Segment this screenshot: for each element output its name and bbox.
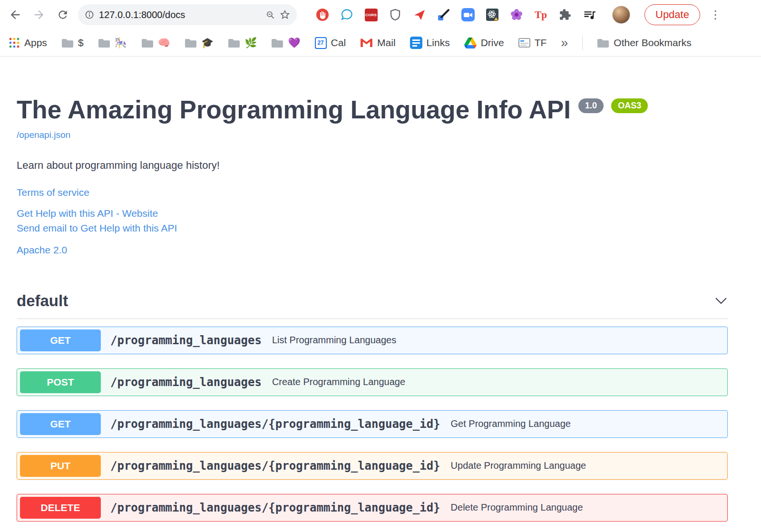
refresh-button[interactable] [54,6,71,23]
bookmark-label: Cal [331,37,346,48]
red-arrow-icon[interactable] [413,8,426,21]
bookmark-label: $ [78,37,84,48]
forward-button[interactable] [30,6,48,23]
bookmark-label: 💜 [288,37,300,48]
profile-avatar[interactable] [612,6,630,24]
extensions-puzzle-icon[interactable] [558,8,572,21]
swagger-page: The Amazing Programming Language Info AP… [0,97,761,522]
colorpicker-icon[interactable] [437,8,450,21]
bookmark-folder-heart[interactable]: 💜 [271,37,300,48]
bookmarks-separator [582,36,583,50]
help-email-link[interactable]: Send email to Get Help with this API [17,222,177,234]
bookmark-label: 🌿 [244,37,257,48]
method-badge: POST [20,371,101,393]
bookmark-folder-herb[interactable]: 🌿 [228,37,257,48]
endpoint-row-create[interactable]: POST /programming_languages Create Progr… [17,368,728,396]
shield-icon[interactable] [389,8,402,21]
bookmark-folder-school[interactable]: 🎓 [185,37,214,48]
method-badge: PUT [20,455,101,477]
other-bookmarks[interactable]: Other Bookmarks [597,37,691,48]
update-button[interactable]: Update [644,4,700,25]
tp-label: Tp [535,9,547,21]
apps-grid-icon [9,37,20,48]
chat-bubble-icon[interactable] [340,8,353,21]
tampermonkey-icon[interactable]: Tp [534,8,547,21]
endpoint-summary: Get Programming Language [451,418,571,429]
bookmark-label: 🧠 [158,37,170,48]
bookmark-links[interactable]: Links [410,37,450,49]
endpoint-row-list[interactable]: GET /programming_languages List Programm… [17,327,728,354]
endpoint-summary: Delete Programming Language [451,502,583,513]
folder-icon [98,38,110,48]
bookmark-label: Apps [24,37,47,48]
bookmark-label: Drive [481,37,504,48]
back-icon [9,8,22,21]
operations-list: GET /programming_languages List Programm… [17,327,728,522]
api-title-row: The Amazing Programming Language Info AP… [17,97,728,123]
bookmarks-bar: Apps $ 🎠 🧠 🎓 🌿 💜 27 Cal Mail Links [0,29,761,57]
site-info-icon[interactable] [85,10,94,19]
endpoint-row-delete[interactable]: DELETE /programming_languages/{programmi… [17,494,728,522]
help-website-link[interactable]: Get Help with this API - Website [17,208,158,219]
bookmark-star-icon[interactable] [280,10,290,20]
bookmark-tf[interactable]: TF [518,37,547,48]
endpoint-summary: Create Programming Language [272,377,405,387]
bookmark-calendar[interactable]: 27 Cal [315,37,346,49]
page-title: The Amazing Programming Language Info AP… [17,97,571,123]
folder-icon [228,38,240,48]
bookmarks-overflow-chevron[interactable]: » [561,36,568,50]
method-badge: GET [20,413,101,435]
folder-icon [141,38,154,48]
oas3-badge: OAS3 [611,98,648,113]
folder-icon [597,38,609,48]
browser-menu-kebab-icon[interactable]: ⋮ [710,9,721,20]
endpoint-row-get-one[interactable]: GET /programming_languages/{programming_… [17,410,728,438]
forward-icon [32,8,46,21]
stop-hand-icon[interactable] [316,8,329,21]
gmail-icon [360,38,373,48]
endpoint-row-update[interactable]: PUT /programming_languages/{programming_… [17,452,728,480]
endpoint-path[interactable]: /programming_languages/{programming_lang… [110,417,440,431]
license-link[interactable]: Apache 2.0 [17,244,67,256]
bookmark-label: Links [427,37,450,48]
method-badge: GET [20,329,101,351]
bookmark-label: TF [535,37,547,48]
url-text: 127.0.0.1:8000/docs [99,10,185,20]
bookmark-label: 🎠 [115,37,127,48]
cors-extension-icon[interactable]: CORS [364,8,378,21]
bookmark-label: Other Bookmarks [614,37,691,48]
default-section-header[interactable]: default [17,292,728,319]
atom-warning-icon[interactable] [486,8,499,21]
bookmark-drive[interactable]: Drive [464,37,504,48]
bookmark-folder-brain[interactable]: 🧠 [141,37,170,48]
terms-of-service-link[interactable]: Terms of service [17,187,89,198]
openapi-json-link[interactable]: /openapi.json [17,130,728,140]
address-bar[interactable]: 127.0.0.1:8000/docs [78,4,297,25]
cors-label: CORS [365,9,378,21]
calendar-icon: 27 [315,37,327,49]
collapse-chevron-icon[interactable] [714,297,728,305]
media-queue-icon[interactable] [583,8,596,21]
version-badge: 1.0 [578,98,604,113]
browser-toolbar: 127.0.0.1:8000/docs CORS [0,0,761,29]
links-icon [410,37,422,49]
endpoint-path[interactable]: /programming_languages/{programming_lang… [110,501,440,514]
endpoint-path[interactable]: /programming_languages/{programming_lang… [110,459,440,473]
tf-doc-icon [518,38,530,48]
zoom-camera-icon[interactable] [461,8,475,21]
api-description: Learn about programming language history… [17,159,728,172]
extensions-strip: CORS Tp [316,8,596,21]
bookmark-label: Mail [377,37,396,48]
bookmark-folder-carousel[interactable]: 🎠 [98,37,127,48]
bookmark-apps[interactable]: Apps [9,37,47,48]
folder-icon [271,38,283,48]
endpoint-path[interactable]: /programming_languages [110,334,262,347]
section-title: default [17,292,68,310]
endpoint-path[interactable]: /programming_languages [110,376,262,389]
endpoint-summary: List Programming Languages [272,335,396,346]
purple-flower-icon[interactable] [510,8,523,21]
zoom-icon[interactable] [266,10,275,19]
bookmark-folder-money[interactable]: $ [61,37,84,48]
back-button[interactable] [7,6,24,23]
bookmark-mail[interactable]: Mail [360,37,396,48]
